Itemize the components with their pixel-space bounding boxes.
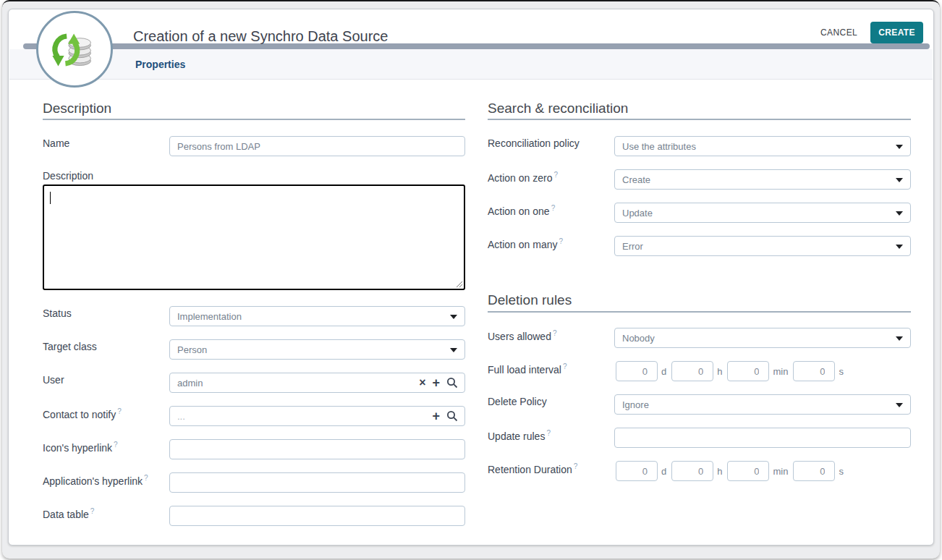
tab-properties[interactable]: Properties <box>135 49 185 80</box>
chevron-down-icon <box>896 211 903 216</box>
retention-duration-duration: d h min s <box>616 461 845 481</box>
help-icon: ? <box>144 474 148 482</box>
target-class-label: Target class <box>43 341 97 352</box>
help-icon: ? <box>553 329 557 337</box>
name-label: Name <box>43 137 69 149</box>
search-icon[interactable] <box>446 410 458 422</box>
help-icon: ? <box>90 507 95 515</box>
user-label: User <box>43 374 64 386</box>
action-on-many-select[interactable]: Error <box>614 236 911 256</box>
chevron-down-icon <box>896 245 903 249</box>
target-class-select[interactable]: Person <box>169 339 465 360</box>
full-load-seconds-input[interactable] <box>793 361 835 381</box>
help-icon: ? <box>574 462 578 470</box>
status-label: Status <box>43 307 72 319</box>
section-title-deletion-rules: Deletion rules <box>488 292 572 308</box>
help-icon: ? <box>551 204 556 212</box>
chevron-down-icon <box>450 315 457 319</box>
action-on-zero-label: Action on zero? <box>488 171 558 184</box>
retention-minutes-input[interactable] <box>727 461 769 481</box>
full-load-minutes-input[interactable] <box>727 361 769 381</box>
reconciliation-policy-label: Reconciliation policy <box>488 137 580 149</box>
data-table-label: Data table? <box>43 507 94 520</box>
delete-policy-select[interactable]: Ignore <box>614 394 911 415</box>
action-on-one-label: Action on one? <box>488 204 555 217</box>
data-table-input[interactable] <box>169 506 465 526</box>
contact-to-notify-label: Contact to notify? <box>43 407 122 420</box>
clear-icon[interactable]: × <box>419 377 425 389</box>
help-icon: ? <box>117 407 122 415</box>
action-on-many-label: Action on many? <box>488 237 563 250</box>
header-actions: CANCEL CREATE <box>820 23 923 42</box>
cancel-button[interactable]: CANCEL <box>820 27 857 38</box>
chevron-down-icon <box>450 348 457 352</box>
section-title-search-reconciliation: Search & reconciliation <box>488 101 628 116</box>
screen: Creation of a new Synchro Data Source CA… <box>0 0 942 560</box>
delete-policy-label: Delete Policy <box>488 396 547 407</box>
reconciliation-policy-select[interactable]: Use the attributes <box>614 136 911 156</box>
text-cursor <box>50 192 51 204</box>
user-input[interactable] <box>171 378 419 389</box>
action-on-zero-select[interactable]: Create <box>614 169 911 190</box>
full-load-interval-duration: d h min s <box>616 361 845 381</box>
create-button[interactable]: CREATE <box>870 22 923 43</box>
status-select[interactable]: Implementation <box>169 306 465 326</box>
section-rule <box>488 311 911 313</box>
application-hyperlink-input[interactable] <box>169 472 465 493</box>
application-hyperlink-label: Application's hyperlink? <box>43 474 148 487</box>
chevron-down-icon <box>896 145 903 149</box>
update-rules-input[interactable] <box>614 428 911 448</box>
creation-form-card: Creation of a new Synchro Data Source CA… <box>8 9 934 546</box>
tab-bar: Properties <box>9 49 933 80</box>
section-title-description: Description <box>43 101 111 116</box>
name-input[interactable] <box>169 136 465 156</box>
full-load-interval-label: Full load interval? <box>488 362 567 376</box>
help-icon: ? <box>563 362 567 370</box>
section-rule <box>488 119 911 120</box>
description-textarea[interactable] <box>43 184 465 290</box>
description-label: Description <box>43 170 93 182</box>
chevron-down-icon <box>896 178 903 182</box>
add-icon[interactable]: + <box>432 376 440 389</box>
users-allowed-select[interactable]: Nobody <box>614 328 911 348</box>
retention-days-input[interactable] <box>616 461 658 481</box>
section-rule <box>43 119 465 120</box>
chevron-down-icon <box>896 403 903 407</box>
resize-grip-icon[interactable] <box>455 280 463 288</box>
database-sync-icon <box>48 23 101 75</box>
contact-to-notify-combo: + <box>169 406 465 426</box>
retention-duration-label: Retention Duration? <box>488 462 577 475</box>
add-icon[interactable]: + <box>432 410 440 423</box>
contact-to-notify-input[interactable] <box>171 411 432 422</box>
help-icon: ? <box>559 237 564 245</box>
retention-seconds-input[interactable] <box>793 461 835 481</box>
help-icon: ? <box>114 441 118 449</box>
help-icon: ? <box>546 429 551 437</box>
full-load-hours-input[interactable] <box>671 361 713 381</box>
icon-hyperlink-label: Icon's hyperlink? <box>43 441 118 454</box>
search-icon[interactable] <box>446 377 458 389</box>
user-combo: × + <box>169 373 465 393</box>
help-icon: ? <box>554 171 559 179</box>
full-load-days-input[interactable] <box>616 361 658 381</box>
update-rules-label: Update rules? <box>488 429 551 442</box>
window-frame: Creation of a new Synchro Data Source CA… <box>2 0 940 559</box>
retention-hours-input[interactable] <box>671 461 713 481</box>
action-on-one-select[interactable]: Update <box>614 203 911 223</box>
synchro-data-source-icon <box>36 11 113 88</box>
combo-actions: + <box>432 410 458 423</box>
combo-actions: × + <box>419 376 458 389</box>
icon-hyperlink-input[interactable] <box>169 439 465 459</box>
chevron-down-icon <box>896 336 903 341</box>
users-allowed-label: Users allowed? <box>488 329 557 342</box>
page-title: Creation of a new Synchro Data Source <box>133 28 388 45</box>
